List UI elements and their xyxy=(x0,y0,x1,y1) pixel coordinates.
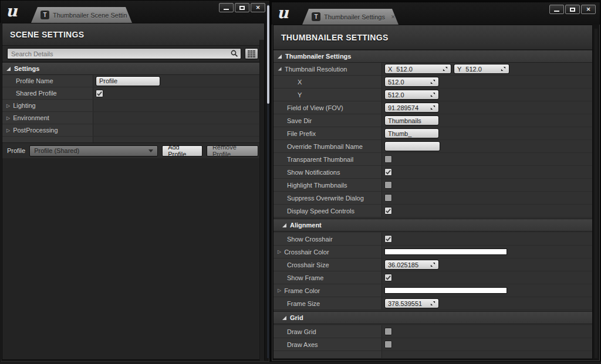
file-prefix-field[interactable]: Thumb_ xyxy=(384,128,439,138)
left-titlebar[interactable]: u T Thumbnailer Scene Settin ✕ ✕ xyxy=(1,1,269,23)
save-dir-field[interactable]: Thumbnails xyxy=(384,115,439,125)
highlight-thumbnails-checkbox[interactable] xyxy=(384,181,392,189)
profile-name-field[interactable]: Profile xyxy=(96,76,160,86)
row-label: Environment xyxy=(13,114,49,121)
override-name-field[interactable] xyxy=(384,141,440,151)
profile-bar: Profile Profile (Shared) Add Profile Rem… xyxy=(2,142,264,158)
empty-area xyxy=(2,158,264,359)
draw-axes-checkbox[interactable] xyxy=(384,341,392,348)
right-titlebar[interactable]: u T Thumbnailer Settings ✕ ✕ xyxy=(272,2,600,25)
search-box[interactable] xyxy=(7,48,241,59)
row-label: Suppress Overwrite Dialog xyxy=(287,195,364,202)
add-profile-button[interactable]: Add Profile xyxy=(162,145,202,157)
row-transparent-thumbnail: Transparent Thumbnail xyxy=(274,153,592,166)
row-show-crosshair: Show Crosshair xyxy=(274,233,592,246)
show-crosshair-checkbox[interactable] xyxy=(384,235,392,243)
row-label: Show Notifications xyxy=(287,169,340,176)
row-postprocessing[interactable]: PostProcessing xyxy=(2,124,264,137)
drag-value-icon xyxy=(501,66,506,72)
scene-details-panel: Settings Profile Name Profile Shared Pro… xyxy=(2,62,264,142)
maximize-button[interactable] xyxy=(235,3,249,12)
maximize-button[interactable] xyxy=(565,5,580,14)
transparent-thumbnail-checkbox[interactable] xyxy=(384,155,392,163)
row-show-notifications: Show Notifications xyxy=(274,166,592,179)
frame-size-spinbox[interactable]: 378.539551 xyxy=(384,298,439,308)
y-spinbox[interactable]: 512.0 xyxy=(384,90,439,100)
tab-thumbnailer-settings[interactable]: T Thumbnailer Settings ✕ xyxy=(302,9,399,25)
row-label: Transparent Thumbnail xyxy=(287,156,353,163)
close-button[interactable]: ✕ xyxy=(581,5,596,14)
close-icon: ✕ xyxy=(256,5,261,11)
tab-close-icon[interactable]: ✕ xyxy=(391,14,396,20)
maximize-icon xyxy=(239,6,245,10)
x-spinbox[interactable]: 512.0 xyxy=(384,77,439,87)
row-display-speed-controls: Display Speed Controls xyxy=(274,205,592,217)
category-label: Settings xyxy=(14,65,39,72)
row-label: Profile Name xyxy=(16,77,53,84)
view-options-button[interactable] xyxy=(245,48,258,59)
crosshair-size-spinbox[interactable]: 36.025185 xyxy=(384,260,439,270)
category-thumbnailer-settings[interactable]: Thumbnailer Settings xyxy=(274,50,592,63)
tab-thumbnailer-scene-settings[interactable]: T Thumbnailer Scene Settin ✕ xyxy=(31,7,132,23)
row-highlight-thumbnails: Highlight Thumbnails xyxy=(274,179,592,192)
drag-value-icon xyxy=(430,301,435,306)
category-alignment[interactable]: Alignment xyxy=(274,219,592,232)
display-speed-controls-checkbox[interactable] xyxy=(384,207,392,215)
row-label: Crosshair Color xyxy=(284,249,329,256)
row-label: X xyxy=(298,79,302,86)
draw-grid-checkbox[interactable] xyxy=(384,328,392,335)
tab-title: Thumbnailer Settings xyxy=(324,13,385,21)
close-button[interactable]: ✕ xyxy=(251,3,265,12)
suppress-overwrite-checkbox[interactable] xyxy=(384,194,392,202)
window-scrollbar-track[interactable] xyxy=(267,4,269,358)
row-label: Y xyxy=(298,91,302,98)
row-file-prefix: File Prefix Thumb_ xyxy=(274,127,592,140)
row-label: Shared Profile xyxy=(16,90,57,97)
minimize-button[interactable] xyxy=(219,3,234,12)
close-icon: ✕ xyxy=(586,6,591,12)
resolution-x-spinbox[interactable]: X512.0 xyxy=(384,64,451,74)
checkmark-icon xyxy=(385,274,391,281)
expanded-arrow-icon xyxy=(278,67,282,71)
row-frame-size: Frame Size 378.539551 xyxy=(274,297,592,310)
row-label: Frame Size xyxy=(287,300,320,307)
thumbnailer-details-panel: Thumbnailer Settings Thumbnail Resolutio… xyxy=(274,50,592,358)
crosshair-color-swatch[interactable] xyxy=(384,249,507,255)
grid-view-icon xyxy=(248,50,255,57)
category-label: Thumbnailer Settings xyxy=(285,53,351,60)
collapsed-arrow-icon xyxy=(278,288,281,293)
fov-spinbox[interactable]: 91.289574 xyxy=(384,103,439,113)
search-row xyxy=(2,46,264,62)
details-scrollbar[interactable] xyxy=(594,28,598,359)
remove-profile-button[interactable]: Remove Profile xyxy=(207,145,258,157)
row-draw-axes: Draw Axes xyxy=(274,338,592,351)
show-frame-checkbox[interactable] xyxy=(384,274,392,281)
drag-value-icon xyxy=(430,105,435,110)
row-show-frame: Show Frame xyxy=(274,271,592,284)
search-icon xyxy=(231,50,238,57)
search-input[interactable] xyxy=(11,50,231,57)
category-settings[interactable]: Settings xyxy=(2,62,264,75)
row-label: Crosshair Size xyxy=(287,261,329,268)
tab-close-icon[interactable]: ✕ xyxy=(133,12,138,18)
row-lighting[interactable]: Lighting xyxy=(2,100,264,112)
frame-color-swatch[interactable] xyxy=(384,287,507,294)
resolution-y-spinbox[interactable]: Y512.0 xyxy=(454,64,509,74)
row-environment[interactable]: Environment xyxy=(2,112,264,124)
row-save-dir: Save Dir Thumbnails xyxy=(274,114,592,127)
row-shared-profile: Shared Profile xyxy=(2,87,264,100)
shared-profile-checkbox[interactable] xyxy=(96,90,103,97)
profile-dropdown[interactable]: Profile (Shared) xyxy=(29,145,158,157)
row-crosshair-size: Crosshair Size 36.025185 xyxy=(274,258,592,271)
details-scrollbar[interactable] xyxy=(259,40,264,361)
profile-label: Profile xyxy=(7,147,25,154)
row-label: Draw Axes xyxy=(287,341,318,348)
minimize-button[interactable] xyxy=(549,5,564,14)
tab-thumbnailer-icon: T xyxy=(312,12,320,21)
show-notifications-checkbox[interactable] xyxy=(384,168,392,176)
category-label: Alignment xyxy=(290,222,322,229)
window-scrollbar-thumb[interactable] xyxy=(267,5,269,104)
row-resolution-x: X 512.0 xyxy=(274,76,592,89)
category-grid[interactable]: Grid xyxy=(274,311,592,324)
profile-dropdown-value: Profile (Shared) xyxy=(34,147,79,154)
